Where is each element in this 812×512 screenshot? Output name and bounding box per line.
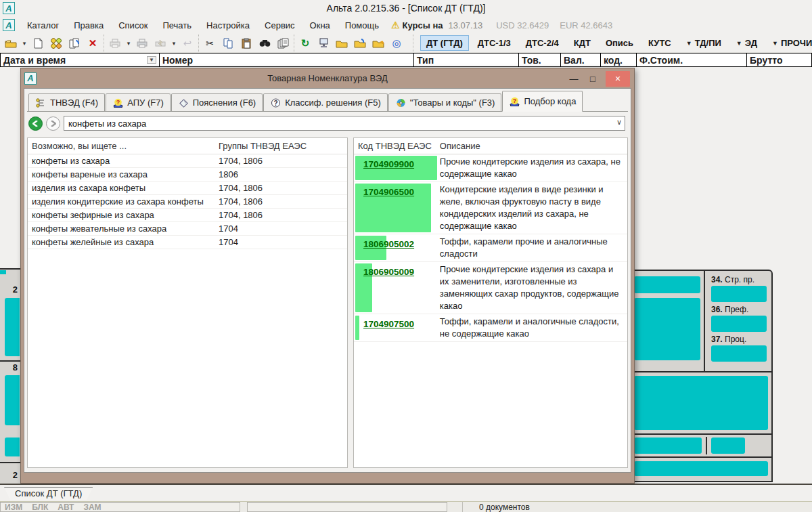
- docbtn-prochie[interactable]: ▼ПРОЧИЕ: [766, 35, 812, 51]
- copy-document-button[interactable]: [66, 36, 83, 51]
- sheet-tab-spisok-dt[interactable]: Список ДТ (ГТД): [4, 487, 93, 500]
- form-field[interactable]: [634, 298, 700, 360]
- tab-apu[interactable]: ? АПУ (F7): [106, 93, 171, 111]
- tab-klassif[interactable]: ? Классиф. решения (F5): [263, 93, 388, 111]
- question-book-icon: ?: [112, 98, 124, 108]
- folder-import-button[interactable]: [352, 36, 368, 51]
- code-link[interactable]: 1806905002: [358, 238, 414, 251]
- modules-button[interactable]: [48, 36, 64, 51]
- suggestion-row[interactable]: конфеты зефирные из сахара1704, 1806: [28, 209, 347, 222]
- folder-export-button[interactable]: [334, 36, 350, 51]
- result-row[interactable]: 1806905002 Тоффи, карамели прочие и анал…: [354, 234, 627, 262]
- field-34-input[interactable]: [711, 286, 767, 302]
- svg-text:?: ?: [116, 99, 120, 106]
- back-button[interactable]: [28, 116, 43, 131]
- flag-avt: АВТ: [58, 503, 74, 512]
- minimize-button[interactable]: —: [568, 74, 580, 84]
- document-type-bar: ДТ (ГТД) ДТС-1/3 ДТС-2/4 КДТ Опись КУТС …: [413, 35, 812, 52]
- menu-list[interactable]: Список: [112, 18, 154, 33]
- send-button[interactable]: [315, 36, 332, 51]
- open-dropdown-caret-icon[interactable]: ▾: [21, 40, 28, 47]
- find-button[interactable]: [256, 36, 273, 51]
- dialog-titlebar[interactable]: A Товарная Номенклатура ВЭД — □ ×: [21, 68, 634, 88]
- forward-button[interactable]: [46, 116, 60, 131]
- menu-service[interactable]: Сервис: [258, 18, 302, 33]
- result-row[interactable]: 1704906500 Кондитерские изделия в виде р…: [354, 182, 627, 234]
- suggestion-row[interactable]: конфеты вареные из сахара1806: [28, 168, 347, 182]
- form-field[interactable]: [711, 438, 745, 454]
- field-36-input[interactable]: [711, 316, 767, 332]
- form-field[interactable]: [634, 461, 768, 476]
- menu-windows[interactable]: Окна: [303, 18, 337, 33]
- column-number[interactable]: Номер: [160, 53, 414, 67]
- column-tov[interactable]: Тов.: [519, 53, 561, 67]
- background-form-right: 34. Стр. пр. 36. Преф. 37. Проц.: [629, 270, 773, 482]
- combo-chevron-icon[interactable]: ∨: [616, 118, 622, 127]
- svg-text:?: ?: [274, 99, 278, 106]
- tab-tovary-kody[interactable]: "Товары и коды" (F3): [388, 93, 502, 111]
- result-row[interactable]: 1704907500 Тоффи, карамели и аналогичные…: [354, 314, 627, 342]
- docbtn-kuts[interactable]: КУТС: [642, 35, 677, 51]
- docbtn-dts24[interactable]: ДТС-2/4: [520, 35, 565, 51]
- form-field[interactable]: [5, 375, 20, 425]
- field-label-37: 37. Проц.: [711, 335, 767, 344]
- menu-settings[interactable]: Настройка: [200, 18, 256, 33]
- tab-tnved[interactable]: ТНВЭД (F4): [28, 93, 105, 111]
- result-row[interactable]: 1806905009 Прочие кондитерские изделия и…: [354, 262, 627, 314]
- suggestion-row[interactable]: конфеты жевательные из сахара1704: [28, 222, 347, 236]
- copies-list-button[interactable]: [275, 36, 291, 51]
- column-fstoim[interactable]: Ф.Стоим.: [637, 53, 747, 67]
- form-field[interactable]: [634, 376, 768, 430]
- new-document-button[interactable]: [30, 36, 46, 51]
- refresh-button[interactable]: ↻: [297, 36, 313, 51]
- column-type[interactable]: Тип: [414, 53, 519, 67]
- suggestion-row[interactable]: конфеты желейные из сахара1704: [28, 236, 347, 249]
- docbtn-kdt[interactable]: КДТ: [568, 35, 597, 51]
- delete-button[interactable]: ✕: [85, 36, 101, 51]
- code-link[interactable]: 1704909900: [358, 158, 414, 171]
- form-field[interactable]: [5, 438, 20, 456]
- diamond-icon: [178, 98, 189, 108]
- suggestion-row[interactable]: конфеты из сахара1704, 1806: [28, 154, 347, 168]
- docbtn-opis[interactable]: Опись: [600, 35, 639, 51]
- docbtn-dts13[interactable]: ДТС-1/3: [472, 35, 517, 51]
- column-brutto[interactable]: Брутто: [747, 53, 812, 67]
- alta-logo-icon: A: [3, 19, 15, 31]
- column-kod[interactable]: код.: [601, 53, 637, 67]
- suggestion-row[interactable]: изделия из сахара конфеты1704, 1806: [28, 182, 347, 195]
- online-button[interactable]: ◎: [388, 36, 405, 51]
- dropdown-caret-icon: ▼: [686, 40, 692, 47]
- menu-catalog[interactable]: Каталог: [20, 18, 66, 33]
- column-val[interactable]: Вал.: [561, 53, 601, 67]
- docbtn-tdpi[interactable]: ▼ТД/ПИ: [680, 35, 727, 51]
- folder-sync-button[interactable]: [370, 36, 386, 51]
- suggestion-row[interactable]: изделия кондитерские из сахара конфеты17…: [28, 195, 347, 209]
- main-toolbar: ▾ ✕ ▾ ▾ ↩ ✂: [0, 34, 812, 53]
- copy-button[interactable]: [220, 36, 236, 51]
- form-field[interactable]: [634, 438, 702, 454]
- result-row[interactable]: 1704909900 Прочие кондитерские изделия и…: [354, 154, 627, 182]
- search-input[interactable]: [64, 116, 625, 131]
- sort-caret-icon[interactable]: ▼: [147, 56, 156, 64]
- close-button[interactable]: ×: [606, 71, 630, 87]
- code-link[interactable]: 1704907500: [358, 318, 414, 331]
- print-button: [134, 36, 150, 51]
- tab-poyasneniya[interactable]: Пояснения (F6): [171, 93, 263, 111]
- field-37-input[interactable]: [711, 345, 767, 362]
- cut-button[interactable]: ✂: [202, 36, 218, 51]
- maximize-button[interactable]: □: [587, 74, 599, 84]
- menu-print[interactable]: Печать: [156, 18, 198, 33]
- form-field[interactable]: [5, 298, 20, 356]
- code-link[interactable]: 1704906500: [358, 186, 414, 199]
- open-button[interactable]: [3, 36, 19, 51]
- menu-edit[interactable]: Правка: [67, 18, 110, 33]
- tab-podbor-koda[interactable]: ? Подбор кода: [502, 91, 583, 112]
- menu-help[interactable]: Помощь: [338, 18, 386, 33]
- rates-label[interactable]: Курсы на: [403, 20, 443, 30]
- paste-button[interactable]: [238, 36, 254, 51]
- docbtn-dt-gtd[interactable]: ДТ (ГТД): [420, 35, 469, 51]
- code-link[interactable]: 1806905009: [358, 265, 414, 279]
- column-date[interactable]: Дата и время▼: [0, 53, 160, 67]
- docbtn-ed[interactable]: ▼ЭД: [730, 35, 763, 51]
- form-field[interactable]: [634, 276, 700, 293]
